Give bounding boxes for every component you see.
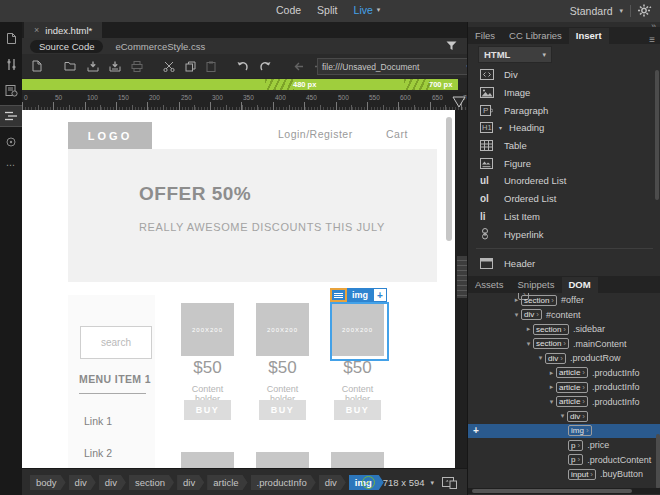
related-stylesheet-button[interactable]: eCommerceStyle.css	[115, 41, 205, 52]
tab-files[interactable]: Files	[468, 28, 502, 44]
insert-item-header[interactable]: Header	[468, 255, 660, 273]
expander-icon[interactable]: ▾	[547, 398, 556, 406]
product-price[interactable]: $50	[181, 358, 234, 378]
workspace-dropdown-icon[interactable]: ▾	[619, 7, 623, 15]
dom-node-offer[interactable]: ▸ section #offer	[468, 293, 660, 308]
save-icon[interactable]	[87, 61, 99, 72]
crumb-body[interactable]: body	[30, 475, 66, 490]
login-register-link[interactable]: Login/Register	[278, 128, 353, 140]
dom-node-img-selected[interactable]: + img	[468, 424, 660, 439]
product-image[interactable]: 200X200	[181, 303, 234, 356]
insert-panel-scrollbar[interactable]	[655, 70, 659, 200]
document-tab[interactable]: × index.html*	[24, 22, 102, 38]
insert-item-figure[interactable]: Figure	[468, 154, 660, 172]
insert-item-hyperlink[interactable]: Hyperlink	[468, 225, 660, 243]
dom-panel-icon[interactable]	[0, 106, 22, 126]
insert-item-paragraph[interactable]: P Paragraph	[468, 101, 660, 119]
tab-insert[interactable]: Insert	[569, 28, 609, 44]
element-add-icon[interactable]: +	[373, 288, 387, 302]
lint-ok-icon[interactable]: ✓	[362, 476, 375, 489]
dom-node-productinfo[interactable]: ▾ article .productInfo	[468, 395, 660, 410]
scrubber-handle-icon[interactable]	[452, 96, 466, 108]
dom-node-price[interactable]: p .price	[468, 438, 660, 453]
insert-item-image[interactable]: Image	[468, 84, 660, 102]
live-view-canvas[interactable]: LOGO Login/Register Cart OFFER 50% REALL…	[22, 110, 455, 468]
insert-item-list-item[interactable]: li List Item	[468, 208, 660, 226]
heading-dropdown-icon[interactable]: ▾	[499, 124, 502, 131]
dom-node-productcontent[interactable]: p .productContent	[468, 453, 660, 468]
product-image[interactable]	[181, 452, 234, 468]
tab-cc-libraries[interactable]: CC Libraries	[502, 28, 569, 44]
sync-settings-icon[interactable]	[638, 4, 652, 17]
dom-node-productinfo[interactable]: ▸ article .productInfo	[468, 380, 660, 395]
cart-link[interactable]: Cart	[386, 128, 408, 140]
tab-snippets[interactable]: Snippets	[511, 277, 562, 293]
offer-banner[interactable]: OFFER 50% REALLY AWESOME DISCOUNTS THIS …	[68, 149, 437, 282]
crumb-div[interactable]: div	[319, 475, 346, 490]
files-panel-icon[interactable]	[0, 28, 22, 48]
split-view-button[interactable]: Split	[317, 4, 337, 16]
buy-button[interactable]: BUY	[259, 400, 306, 420]
back-icon[interactable]	[294, 62, 304, 71]
crumb-section[interactable]: section	[129, 475, 174, 490]
canvas-vertical-scrollbar[interactable]	[446, 117, 452, 241]
insert-panel-icon[interactable]	[0, 54, 22, 74]
print-icon[interactable]	[131, 61, 143, 72]
product-price[interactable]: $50	[256, 358, 309, 378]
document-url-field[interactable]: file:///Unsaved_Document ▾	[317, 58, 475, 75]
expander-icon[interactable]: ▾	[524, 340, 533, 348]
live-view-button[interactable]: Live	[354, 4, 373, 16]
new-document-icon[interactable]	[32, 60, 42, 72]
tab-dom[interactable]: DOM	[562, 277, 598, 293]
dom-node-maincontent[interactable]: ▾ section .mainContent	[468, 337, 660, 352]
search-input[interactable]: search	[80, 326, 152, 359]
sidebar-link-1[interactable]: Link 1	[84, 415, 112, 427]
dom-node-content[interactable]: ▾ div #content	[468, 308, 660, 323]
expander-icon[interactable]: ▸	[524, 325, 533, 333]
sidebar-link-2[interactable]: Link 2	[84, 447, 112, 459]
crumb-div[interactable]: div	[177, 475, 204, 490]
device-preview-icon[interactable]	[442, 477, 457, 489]
filter-icon[interactable]	[446, 41, 457, 51]
source-code-button[interactable]: Source Code	[30, 40, 103, 53]
dom-node-sidebar[interactable]: ▸ section .sidebar	[468, 322, 660, 337]
element-tag-label[interactable]: img	[347, 288, 373, 302]
expander-icon[interactable]: ▸	[547, 383, 556, 391]
product-image[interactable]: 200X200	[256, 303, 309, 356]
media-query-bar[interactable]: 480 px 700 px	[22, 79, 458, 90]
dom-node-buybutton[interactable]: input .buyButton	[468, 467, 660, 482]
insert-category-select[interactable]: HTML ▾	[478, 46, 552, 63]
expander-icon[interactable]: ▸	[512, 296, 521, 304]
crumb-div[interactable]: div	[99, 475, 126, 490]
dom-node-productinfo[interactable]: ▸ article .productInfo	[468, 366, 660, 381]
crumb-productinfo[interactable]: .productInfo	[251, 475, 316, 490]
save-all-icon[interactable]	[109, 61, 121, 72]
dom-add-element-icon[interactable]: +	[473, 425, 479, 436]
live-view-dropdown-icon[interactable]: ▾	[377, 6, 381, 14]
expander-icon[interactable]: ▾	[512, 311, 521, 319]
more-panels-icon[interactable]: ⋯	[0, 160, 22, 170]
insert-item-table[interactable]: Table	[468, 137, 660, 155]
insert-item-heading[interactable]: H1 ▾ Heading	[468, 119, 660, 137]
product-image[interactable]	[256, 452, 309, 468]
close-tab-icon[interactable]: ×	[34, 25, 39, 35]
cut-icon[interactable]	[163, 61, 175, 72]
crumb-div[interactable]: div	[69, 475, 96, 490]
expander-icon[interactable]: ▾	[536, 354, 545, 362]
dom-panel-horizontal-scrollbar[interactable]	[468, 488, 660, 494]
insert-item-unordered-list[interactable]: ul Unordered List	[468, 172, 660, 190]
expander-icon[interactable]: ▾	[558, 412, 567, 420]
behaviors-panel-icon[interactable]	[0, 132, 22, 152]
element-hamburger-icon[interactable]	[330, 288, 347, 302]
dom-node-div[interactable]: ▾ div	[468, 409, 660, 424]
buy-button[interactable]: BUY	[184, 400, 231, 420]
insert-item-ordered-list[interactable]: ol Ordered List	[468, 190, 660, 208]
panel-menu-icon[interactable]: ≡	[649, 34, 655, 45]
dom-node-productrow[interactable]: ▾ div .productRow	[468, 351, 660, 366]
paste-icon[interactable]	[206, 61, 216, 72]
expander-icon[interactable]: ▸	[547, 369, 556, 377]
undo-icon[interactable]	[236, 61, 249, 71]
workspace-switcher[interactable]: Standard	[570, 5, 613, 17]
crumb-article[interactable]: article	[207, 475, 247, 490]
dom-panel-vertical-scrollbar[interactable]	[656, 434, 660, 489]
